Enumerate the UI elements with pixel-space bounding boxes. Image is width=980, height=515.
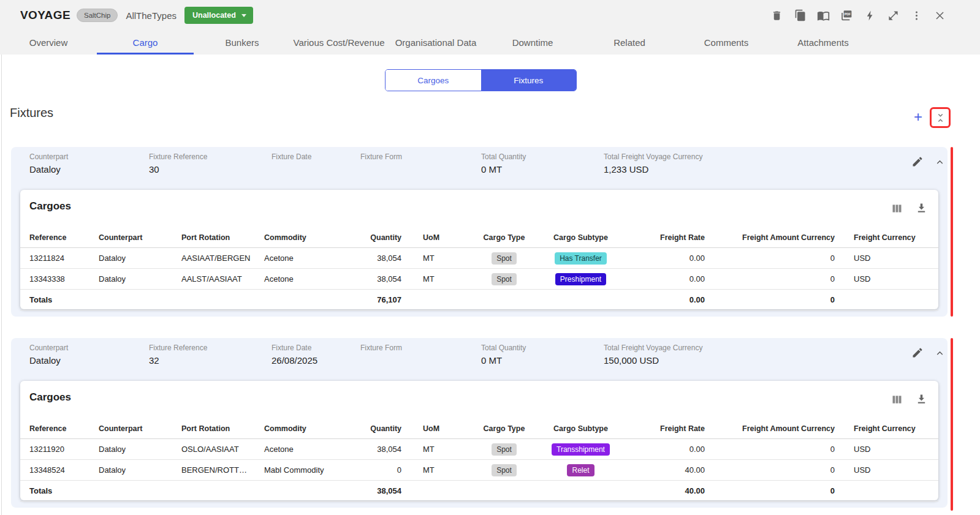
download-icon[interactable] (915, 393, 928, 405)
cell-commodity: Acetone (264, 439, 346, 460)
tab-attachments[interactable]: Attachments (775, 31, 872, 55)
totals-freight-amount: 0 (714, 290, 844, 310)
col-uom: UoM (411, 228, 472, 248)
tab-bar: Overview Cargo Bunkers Various Cost/Reve… (0, 31, 980, 55)
col-reference: Reference (20, 419, 98, 439)
field-value: Dataloy (29, 164, 68, 175)
field-label: Total Quantity (481, 152, 526, 161)
cell-reference: 13348524 (20, 460, 98, 481)
cell-cargo-subtype: Preshipment (536, 269, 625, 290)
cell-port-rotation: AALST/AASIAAT (181, 269, 264, 290)
toggle-cargoes[interactable]: Cargoes (386, 70, 481, 91)
cell-freight-amount-currency: 0 (714, 460, 844, 481)
tab-label: Related (613, 37, 645, 48)
cell-freight-currency: USD (844, 439, 938, 460)
field-value: 0 MT (481, 164, 526, 175)
edit-icon[interactable] (911, 347, 924, 359)
chevron-up-icon[interactable] (935, 157, 945, 168)
edit-icon[interactable] (911, 156, 924, 168)
totals-freight-rate: 0.00 (625, 290, 714, 310)
tab-comments[interactable]: Comments (678, 31, 775, 55)
download-icon[interactable] (915, 201, 928, 214)
chevron-down-icon (241, 14, 246, 17)
field-label: Fixture Date (272, 344, 317, 352)
col-counterpart: Counterpart (98, 419, 181, 439)
copy-icon[interactable] (794, 9, 807, 22)
close-icon[interactable] (933, 9, 946, 22)
columns-icon[interactable] (891, 202, 903, 215)
tab-various-cost-revenue[interactable]: Various Cost/Revenue (291, 31, 387, 55)
field-value: 30 (149, 164, 207, 175)
cell-quantity: 0 (346, 460, 411, 481)
voyage-name: AllTheTypes (126, 10, 177, 21)
field-value (360, 164, 402, 175)
add-fixture-icon[interactable]: + (911, 109, 925, 125)
col-reference: Reference (20, 228, 98, 248)
field-label: Fixture Form (360, 344, 402, 352)
columns-icon[interactable] (891, 393, 903, 406)
tab-overview[interactable]: Overview (0, 31, 97, 55)
field-fixture-form: Fixture Form (360, 344, 402, 366)
tab-label: Comments (704, 37, 749, 48)
chevron-up-icon[interactable] (935, 348, 945, 359)
view-toggle: Cargoes Fixtures (385, 69, 577, 91)
cargoes-title: Cargoes (29, 391, 71, 404)
field-label: Total Freight Voyage Currency (604, 344, 702, 352)
field-label: Fixture Date (272, 152, 311, 161)
delete-icon[interactable] (770, 9, 783, 22)
compare-icon[interactable] (817, 9, 830, 22)
cell-freight-rate: 40.00 (625, 460, 714, 481)
cell-freight-amount-currency: 0 (714, 248, 844, 269)
cargo-subtype-badge: Relet (567, 464, 594, 476)
collapse-all-button[interactable] (930, 107, 951, 128)
tab-related[interactable]: Related (581, 31, 678, 55)
cell-freight-amount-currency: 0 (714, 439, 844, 460)
field-value: 1,233 USD (604, 164, 702, 175)
cell-quantity: 38,054 (346, 269, 411, 290)
cell-reference: 13211824 (20, 248, 98, 269)
cell-cargo-type: Spot (472, 269, 536, 290)
cell-cargo-subtype: Has Transfer (536, 248, 625, 269)
tab-label: Bunkers (225, 37, 259, 48)
cargo-row[interactable]: 13211920DataloyOSLO/AASIAATAcetone38,054… (20, 439, 938, 460)
col-port-rotation: Port Rotation (181, 228, 264, 248)
field-fixture-form: Fixture Form (360, 152, 402, 175)
field-value (360, 355, 402, 366)
cargo-type-badge: Spot (492, 443, 517, 456)
field-label: Total Freight Voyage Currency (604, 152, 702, 161)
unfold-less-icon (935, 112, 946, 124)
cell-counterpart: Dataloy (98, 248, 181, 269)
tab-cargo[interactable]: Cargo (97, 31, 194, 55)
cargo-row[interactable]: 13343338DataloyAALST/AASIAATAcetone38,05… (20, 269, 938, 290)
quick-actions-icon[interactable] (864, 9, 876, 22)
tab-bunkers[interactable]: Bunkers (194, 31, 291, 55)
tab-organisational-data[interactable]: Organisational Data (387, 31, 484, 55)
totals-freight-amount: 0 (714, 481, 844, 502)
cargo-row[interactable]: 13348524DataloyBERGEN/ROTT…Mabl Commodit… (20, 460, 938, 481)
tab-downtime[interactable]: Downtime (484, 31, 581, 55)
cargo-subtype-badge: Transshipment (552, 443, 610, 456)
viewport-edge-line (1, 0, 2, 515)
status-dropdown-button[interactable]: Unallocated (184, 7, 253, 24)
field-label: Fixture Reference (149, 344, 207, 352)
col-freight-currency: Freight Currency (844, 228, 938, 248)
col-freight-amount-currency: Freight Amount Currency (714, 228, 844, 248)
cargo-row[interactable]: 13211824DataloyAASIAAT/BERGENAcetone38,0… (20, 248, 938, 269)
cargo-subtype-badge: Has Transfer (555, 252, 607, 265)
col-commodity: Commodity (264, 228, 346, 248)
pdf-export-icon[interactable]: PDF (840, 9, 853, 22)
field-value: 26/08/2025 (272, 355, 317, 366)
toggle-fixtures[interactable]: Fixtures (481, 70, 577, 91)
cell-freight-currency: USD (844, 269, 938, 290)
totals-row: Totals 38,054 40.00 0 (20, 481, 938, 502)
more-options-icon[interactable] (910, 9, 923, 22)
expand-icon[interactable] (887, 9, 900, 22)
cell-port-rotation: AASIAAT/BERGEN (181, 248, 264, 269)
col-freight-rate: Freight Rate (625, 419, 714, 439)
col-port-rotation: Port Rotation (181, 419, 264, 439)
col-freight-rate: Freight Rate (625, 228, 714, 248)
col-uom: UoM (411, 419, 472, 439)
pdf-icon-label: PDF (845, 12, 851, 16)
field-value: 0 MT (481, 355, 526, 366)
field-value: 32 (149, 355, 207, 366)
